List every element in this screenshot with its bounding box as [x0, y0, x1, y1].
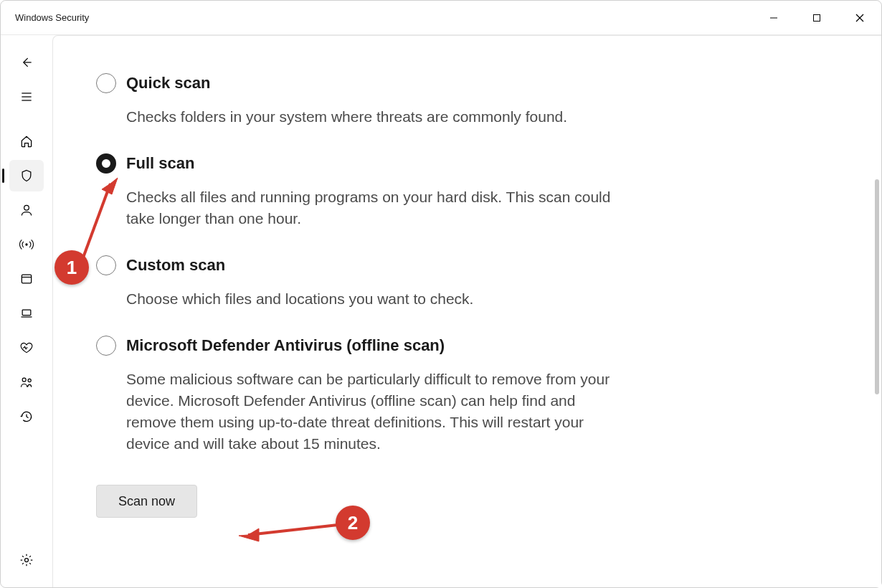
antenna-icon [19, 237, 34, 252]
window-icon [19, 272, 34, 286]
svg-rect-1 [814, 14, 820, 21]
option-title: Full scan [126, 152, 627, 175]
nav-device-security[interactable] [9, 298, 44, 329]
option-description: Some malicious software can be particula… [126, 369, 627, 455]
option-full-scan[interactable]: Full scan Checks all files and running p… [96, 152, 627, 229]
svg-rect-10 [22, 275, 31, 283]
scrollbar[interactable] [875, 179, 879, 394]
nav-device-performance[interactable] [9, 332, 44, 364]
body: Quick scan Checks folders in your system… [1, 35, 881, 587]
radio-custom-scan[interactable] [96, 255, 116, 275]
nav-settings[interactable] [9, 544, 44, 576]
nav-home[interactable] [9, 125, 44, 157]
option-title: Microsoft Defender Antivirus (offline sc… [126, 334, 627, 357]
nav-app-browser[interactable] [9, 263, 44, 295]
svg-point-14 [22, 378, 26, 381]
minimize-button[interactable] [752, 1, 795, 34]
person-icon [19, 203, 34, 217]
option-quick-scan[interactable]: Quick scan Checks folders in your system… [96, 72, 627, 128]
window-title: Windows Security [15, 12, 89, 23]
home-icon [19, 134, 34, 148]
minimize-icon [769, 13, 779, 23]
laptop-icon [19, 306, 34, 321]
scan-now-label: Scan now [118, 494, 175, 509]
radio-full-scan[interactable] [96, 153, 116, 174]
svg-point-15 [28, 379, 31, 381]
svg-point-16 [25, 559, 29, 562]
option-description: Choose which files and locations you wan… [126, 288, 473, 310]
option-title: Custom scan [126, 254, 473, 277]
scan-options: Quick scan Checks folders in your system… [96, 72, 627, 518]
history-icon [19, 409, 34, 424]
radio-offline-scan[interactable] [96, 336, 116, 356]
back-button[interactable] [9, 47, 44, 78]
nav-virus-protection[interactable] [9, 160, 44, 191]
close-button[interactable] [838, 1, 881, 34]
heart-pulse-icon [19, 341, 34, 355]
radio-quick-scan[interactable] [96, 73, 116, 93]
sidebar [1, 35, 52, 587]
option-description: Checks all files and running programs on… [126, 186, 627, 229]
family-icon [19, 375, 34, 389]
nav-family[interactable] [9, 366, 44, 398]
scan-now-button[interactable]: Scan now [96, 485, 197, 518]
svg-point-9 [25, 243, 27, 245]
shield-icon [19, 169, 34, 183]
close-icon [855, 13, 865, 23]
option-offline-scan[interactable]: Microsoft Defender Antivirus (offline sc… [96, 334, 627, 455]
option-custom-scan[interactable]: Custom scan Choose which files and locat… [96, 254, 627, 310]
content-panel: Quick scan Checks folders in your system… [52, 35, 881, 587]
option-description: Checks folders in your system where thre… [126, 106, 567, 128]
menu-button[interactable] [9, 81, 44, 113]
svg-point-8 [24, 205, 29, 210]
svg-rect-12 [22, 310, 31, 316]
hamburger-icon [19, 90, 34, 104]
nav-firewall[interactable] [9, 229, 44, 260]
nav-history[interactable] [9, 401, 44, 432]
maximize-button[interactable] [795, 1, 838, 34]
back-arrow-icon [19, 55, 34, 70]
gear-icon [19, 553, 34, 567]
maximize-icon [812, 13, 822, 23]
option-title: Quick scan [126, 72, 567, 95]
titlebar: Windows Security [1, 1, 881, 35]
nav-account-protection[interactable] [9, 194, 44, 226]
window-controls [752, 1, 881, 34]
window: Windows Security [0, 0, 882, 588]
